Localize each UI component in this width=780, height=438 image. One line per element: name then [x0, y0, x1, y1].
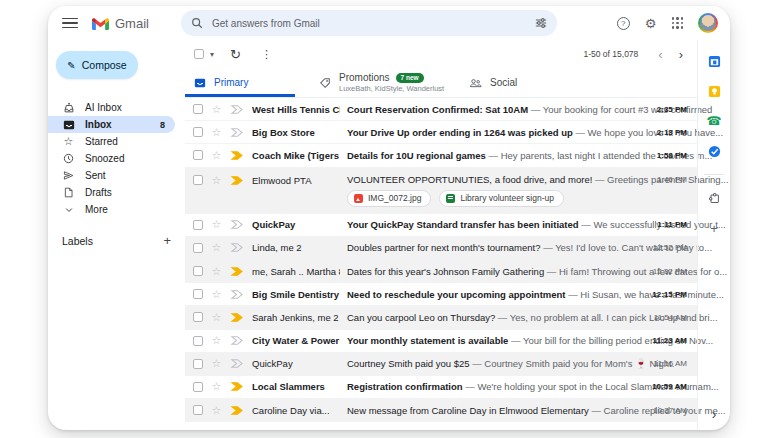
importance-marker[interactable]	[230, 312, 245, 323]
list-toolbar: ▾ ↻ ⋮ 1-50 of 15,078 ‹ ›	[185, 40, 697, 68]
row-checkbox[interactable]	[193, 266, 203, 276]
expand-chevron-icon[interactable]: ›	[698, 406, 730, 422]
row-checkbox[interactable]	[193, 127, 203, 137]
row-checkbox[interactable]	[193, 150, 203, 160]
topbar: Gmail Get answers from Gmail ? ⚙	[48, 6, 730, 40]
email-row[interactable]: ☆ Caroline Day via... New message from C…	[185, 399, 697, 422]
sidebar-item-snoozed[interactable]: Snoozed	[48, 150, 175, 167]
row-checkbox[interactable]	[193, 336, 203, 346]
star-icon[interactable]: ☆	[210, 358, 223, 369]
star-icon[interactable]: ☆	[210, 175, 223, 186]
email-time: 2:13 PM	[641, 128, 687, 137]
importance-marker[interactable]	[230, 381, 245, 392]
older-page-chevron[interactable]: ›	[679, 48, 683, 61]
compose-button[interactable]: ✎ Compose	[56, 51, 138, 79]
row-checkbox[interactable]	[193, 220, 203, 230]
email-row[interactable]: ☆ Big Smile Dentistry Need to reschedule…	[185, 283, 697, 306]
importance-marker[interactable]	[230, 219, 245, 230]
email-subject: Doubles partner for next month's tournam…	[347, 242, 541, 253]
gear-icon[interactable]: ⚙	[645, 17, 657, 30]
row-checkbox[interactable]	[193, 382, 203, 392]
row-checkbox[interactable]	[193, 104, 203, 114]
star-icon[interactable]: ☆	[210, 405, 223, 416]
star-icon[interactable]: ☆	[210, 104, 223, 115]
newer-page-chevron[interactable]: ‹	[658, 48, 662, 61]
get-addons-plus-icon[interactable]: +	[707, 221, 721, 235]
email-row[interactable]: ☆ Elmwood PTA VOLUNTEER OPPORTUNUTIES, a…	[185, 168, 697, 214]
select-caret-icon[interactable]: ▾	[210, 50, 214, 59]
star-icon[interactable]: ☆	[210, 242, 223, 253]
add-label-button[interactable]: +	[163, 234, 171, 247]
row-checkbox[interactable]	[193, 243, 203, 253]
hamburger-icon[interactable]	[62, 18, 78, 29]
search-icon	[191, 17, 203, 29]
email-subject: Courtney Smith paid you $25	[347, 358, 470, 369]
star-icon[interactable]: ☆	[210, 312, 223, 323]
email-row[interactable]: ☆ Big Box Store Your Drive Up order endi…	[185, 121, 697, 144]
star-icon[interactable]: ☆	[210, 127, 223, 138]
row-checkbox[interactable]	[193, 312, 203, 322]
more-vert-icon[interactable]: ⋮	[261, 48, 272, 61]
tab-primary[interactable]: Primary	[185, 68, 295, 97]
star-icon[interactable]: ☆	[210, 335, 223, 346]
row-checkbox[interactable]	[193, 359, 203, 369]
email-time: 12:32 PM	[641, 267, 687, 276]
star-icon[interactable]: ☆	[210, 150, 223, 161]
search-input[interactable]: Get answers from Gmail	[181, 10, 557, 36]
importance-marker[interactable]	[230, 150, 245, 161]
email-sender: Caroline Day via...	[252, 405, 340, 416]
help-icon[interactable]: ?	[617, 17, 630, 30]
email-row[interactable]: ☆ Linda, me 2 Doubles partner for next m…	[185, 237, 697, 260]
voice-icon[interactable]: ☎	[707, 114, 721, 128]
star-icon[interactable]: ☆	[210, 266, 223, 277]
importance-marker[interactable]	[230, 242, 245, 253]
star-icon[interactable]: ☆	[210, 381, 223, 392]
attachment-chip[interactable]: IMG_0072.jpg	[347, 190, 431, 207]
importance-marker[interactable]	[230, 175, 245, 186]
sidebar-item-sent[interactable]: Sent	[48, 167, 175, 184]
tab-promotions[interactable]: Promotions 7 new LuxeBath, KidStyle, Wan…	[319, 68, 461, 97]
importance-marker[interactable]	[230, 104, 245, 115]
sidebar-item-drafts[interactable]: Drafts	[48, 184, 175, 201]
importance-marker[interactable]	[230, 266, 245, 277]
row-checkbox[interactable]	[193, 405, 203, 415]
email-row[interactable]: ☆ West Hills Tennis Club Court Reservati…	[185, 98, 697, 121]
star-icon[interactable]: ☆	[210, 219, 223, 230]
star-icon[interactable]: ☆	[210, 289, 223, 300]
email-time: 2:35 PM	[641, 105, 687, 114]
apps-grid-icon[interactable]	[672, 17, 684, 29]
email-row[interactable]: ☆ QuickPay Courtney Smith paid you $25 —…	[185, 353, 697, 376]
sidebar-item-ai-inbox[interactable]: AI Inbox	[48, 99, 175, 116]
importance-marker[interactable]	[230, 358, 245, 369]
email-list-pane: ▾ ↻ ⋮ 1-50 of 15,078 ‹ › Primary Promoti…	[185, 40, 697, 430]
email-sender: Local Slammers	[252, 381, 340, 392]
avatar[interactable]	[698, 13, 718, 33]
refresh-icon[interactable]: ↻	[230, 48, 241, 61]
tab-social[interactable]: Social	[469, 68, 517, 97]
calendar-icon[interactable]	[707, 54, 721, 68]
sidebar-item-starred[interactable]: ☆ Starred	[48, 133, 175, 150]
keep-icon[interactable]	[707, 84, 721, 98]
tasks-icon[interactable]	[707, 144, 721, 158]
labels-header: Labels	[62, 235, 93, 247]
sidebar-item-more[interactable]: More	[48, 201, 175, 218]
row-checkbox[interactable]	[193, 289, 203, 299]
email-row[interactable]: ☆ me, Sarah .. Martha 8 Dates for this y…	[185, 260, 697, 283]
sidebar-item-inbox[interactable]: Inbox 8	[48, 116, 175, 133]
select-all-checkbox[interactable]	[194, 49, 204, 59]
importance-marker[interactable]	[230, 335, 245, 346]
attachment-chip[interactable]: Library volunteer sign-up	[439, 190, 564, 207]
category-tabs: Primary Promotions 7 new LuxeBath, KidSt…	[185, 68, 697, 98]
importance-marker[interactable]	[230, 127, 245, 138]
tune-icon[interactable]	[535, 17, 547, 29]
email-row[interactable]: ☆ City Water & Power Your monthly statem…	[185, 330, 697, 353]
email-row[interactable]: ☆ Coach Mike (Tigers SC) Details for 10U…	[185, 144, 697, 167]
email-row[interactable]: ☆ Local Slammers Registration confirmati…	[185, 376, 697, 399]
email-row[interactable]: ☆ Sarah Jenkins, me 2 Can you carpool Le…	[185, 306, 697, 329]
row-checkbox[interactable]	[193, 175, 203, 185]
addons-puzzle-icon[interactable]	[707, 191, 721, 205]
importance-marker[interactable]	[230, 289, 245, 300]
importance-marker[interactable]	[230, 405, 245, 416]
email-row[interactable]: ☆ QuickPay Your QuickPay Standard transf…	[185, 214, 697, 237]
email-subject: Your monthly statement is available	[347, 335, 508, 346]
